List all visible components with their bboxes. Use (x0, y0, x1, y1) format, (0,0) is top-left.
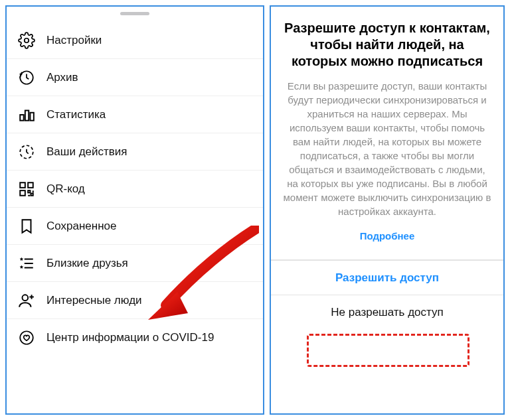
svg-rect-8 (20, 190, 25, 196)
contacts-permission-dialog: Разрешите доступ к контактам, чтобы найт… (270, 5, 505, 415)
add-person-icon (17, 291, 36, 310)
menu-item-settings[interactable]: Настройки (7, 22, 263, 59)
clock-dashed-icon (17, 143, 36, 161)
archive-icon (17, 68, 36, 87)
annotation-highlight-box (307, 334, 469, 367)
menu-item-label: QR-код (46, 182, 252, 196)
menu-list: Настройки Архив (7, 19, 263, 356)
svg-rect-9 (28, 190, 30, 192)
svg-rect-3 (25, 110, 29, 120)
svg-rect-2 (20, 115, 23, 121)
dialog-title: Разрешите доступ к контактам, чтобы найт… (283, 20, 491, 70)
menu-item-label: Сохраненное (46, 220, 252, 233)
menu-item-label: Настройки (46, 34, 252, 47)
menu-item-label: Интересные люди (46, 294, 252, 307)
svg-point-12 (20, 331, 33, 344)
learn-more-link[interactable]: Подробнее (360, 230, 415, 242)
menu-item-label: Центр информации о COVID-19 (46, 331, 252, 344)
list-star-icon (17, 254, 36, 273)
svg-rect-4 (30, 112, 33, 120)
menu-item-label: Ваши действия (46, 145, 252, 159)
svg-rect-10 (31, 193, 33, 195)
qr-code-icon (17, 180, 36, 198)
svg-point-0 (25, 38, 29, 42)
svg-point-11 (23, 295, 29, 301)
menu-item-archive[interactable]: Архив (7, 59, 263, 96)
dialog-body: Если вы разрешите доступ, ваши контакты … (283, 79, 491, 218)
svg-rect-6 (20, 182, 25, 188)
heart-circle-icon (17, 328, 36, 347)
menu-panel: Настройки Архив (5, 5, 264, 415)
bar-chart-icon (17, 105, 36, 124)
deny-access-button[interactable]: Не разрешать доступ (271, 295, 503, 329)
drag-handle[interactable] (120, 12, 149, 15)
menu-item-covid-info[interactable]: Центр информации о COVID-19 (7, 319, 263, 356)
menu-item-label: Статистика (46, 108, 252, 121)
menu-item-label: Близкие друзья (46, 257, 252, 270)
svg-rect-7 (28, 182, 33, 188)
allow-access-button[interactable]: Разрешить доступ (271, 260, 503, 295)
gear-icon (17, 31, 36, 50)
menu-item-label: Архив (46, 71, 252, 84)
menu-item-saved[interactable]: Сохраненное (7, 208, 263, 245)
menu-item-qr-code[interactable]: QR-код (7, 171, 263, 208)
menu-item-discover-people[interactable]: Интересные люди (7, 282, 263, 319)
menu-item-your-activity[interactable]: Ваши действия (7, 133, 263, 171)
menu-item-insights[interactable]: Статистика (7, 96, 263, 133)
menu-item-close-friends[interactable]: Близкие друзья (7, 245, 263, 282)
bookmark-icon (17, 217, 36, 236)
